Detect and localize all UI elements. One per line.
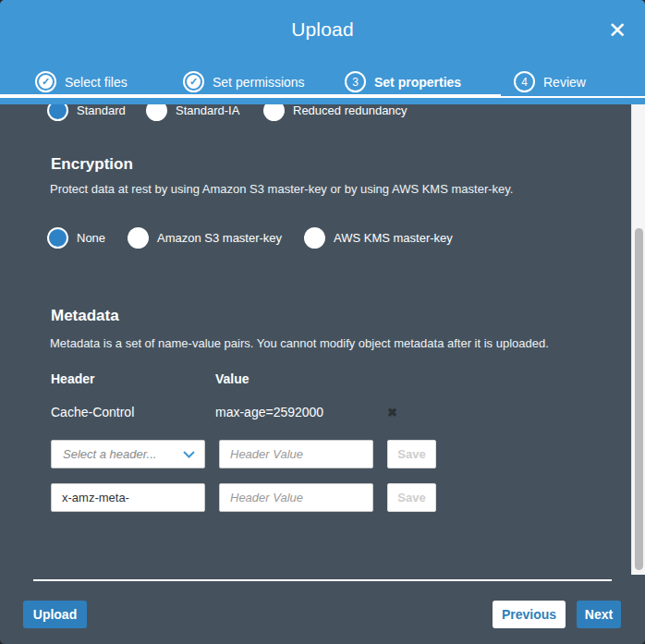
dialog-header: Upload ✕ ✓ Select files ✓ Set permission… bbox=[0, 0, 645, 104]
next-button[interactable]: Next bbox=[577, 601, 621, 628]
column-header: Header bbox=[51, 371, 94, 386]
step-done-icon: ✓ bbox=[183, 71, 204, 92]
radio-standard[interactable]: Standard bbox=[47, 104, 126, 121]
upload-button[interactable]: Upload bbox=[23, 601, 87, 628]
meta-value-input[interactable] bbox=[219, 483, 373, 512]
footer-divider bbox=[33, 579, 612, 581]
radio-selected-icon bbox=[47, 104, 68, 121]
radio-encryption-none[interactable]: None bbox=[47, 227, 105, 249]
chevron-down-icon bbox=[183, 451, 195, 458]
radio-selected-icon bbox=[47, 227, 68, 249]
radio-unselected-icon bbox=[146, 104, 167, 121]
metadata-heading: Metadata bbox=[51, 307, 119, 325]
close-icon[interactable]: ✕ bbox=[608, 18, 627, 43]
remove-row-icon[interactable]: ✖ bbox=[387, 406, 397, 419]
column-value: Value bbox=[215, 371, 249, 386]
step-progress-track bbox=[501, 96, 645, 98]
meta-header-input[interactable] bbox=[51, 483, 205, 512]
step-label: Review bbox=[543, 75, 586, 90]
radio-kms-master-key[interactable]: AWS KMS master-key bbox=[304, 227, 453, 249]
step-number-icon: 3 bbox=[345, 71, 366, 92]
header-value-input[interactable] bbox=[219, 440, 373, 468]
step-label: Set properties bbox=[374, 75, 461, 90]
save-button[interactable]: Save bbox=[387, 440, 436, 468]
dialog-content: Standard Standard-IA Reduced redundancy … bbox=[0, 104, 645, 580]
step-label: Select files bbox=[65, 75, 128, 90]
radio-standard-ia[interactable]: Standard-IA bbox=[146, 104, 239, 121]
step-select-files[interactable]: ✓ Select files bbox=[35, 71, 128, 92]
dialog-title: Upload bbox=[0, 18, 645, 41]
step-set-permissions[interactable]: ✓ Set permissions bbox=[183, 71, 305, 92]
scrollbar-thumb[interactable] bbox=[635, 228, 643, 570]
encryption-description: Protect data at rest by using Amazon S3 … bbox=[50, 182, 513, 196]
step-number-icon: 4 bbox=[514, 71, 535, 92]
radio-unselected-icon bbox=[263, 104, 285, 121]
upload-dialog: Upload ✕ ✓ Select files ✓ Set permission… bbox=[0, 0, 645, 644]
header-select-placeholder: Select a header... bbox=[63, 447, 156, 461]
step-progress-bar bbox=[0, 94, 501, 98]
radio-label: Standard-IA bbox=[176, 104, 239, 117]
save-button[interactable]: Save bbox=[387, 483, 436, 512]
radio-unselected-icon bbox=[304, 227, 325, 249]
header-select[interactable]: Select a header... bbox=[51, 440, 205, 468]
radio-unselected-icon bbox=[128, 227, 149, 249]
radio-label: None bbox=[77, 231, 105, 245]
step-review[interactable]: 4 Review bbox=[514, 71, 586, 92]
step-label: Set permissions bbox=[213, 75, 305, 90]
encryption-heading: Encryption bbox=[51, 155, 133, 174]
step-done-icon: ✓ bbox=[35, 71, 56, 92]
previous-button[interactable]: Previous bbox=[493, 601, 566, 628]
radio-s3-master-key[interactable]: Amazon S3 master-key bbox=[128, 227, 282, 249]
check-icon: ✓ bbox=[39, 75, 53, 89]
radio-reduced-redundancy[interactable]: Reduced redundancy bbox=[263, 104, 408, 121]
radio-label: AWS KMS master-key bbox=[334, 231, 453, 245]
radio-label: Standard bbox=[77, 104, 126, 117]
step-number: 4 bbox=[521, 76, 528, 89]
step-set-properties[interactable]: 3 Set properties bbox=[345, 71, 461, 92]
metadata-row-header: Cache-Control bbox=[51, 405, 134, 419]
radio-label: Amazon S3 master-key bbox=[157, 231, 282, 245]
metadata-description: Metadata is a set of name-value pairs. Y… bbox=[50, 336, 549, 350]
radio-label: Reduced redundancy bbox=[293, 104, 408, 117]
step-number: 3 bbox=[352, 76, 359, 89]
check-icon: ✓ bbox=[187, 75, 201, 89]
metadata-row-value: max-age=2592000 bbox=[215, 405, 323, 419]
scrollbar-track[interactable] bbox=[631, 104, 645, 575]
